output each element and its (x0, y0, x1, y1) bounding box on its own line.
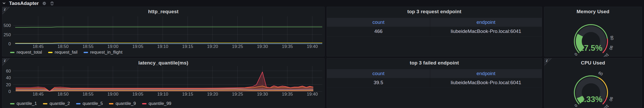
table-cell: 466 (327, 27, 430, 36)
column-header-count[interactable]: count (327, 69, 430, 78)
panel-title[interactable]: top 3 request endpoint (327, 9, 542, 15)
x-tick-label: 19:40 (307, 44, 318, 49)
legend-label: quantile_2 (49, 101, 70, 106)
legend-swatch (10, 103, 14, 104)
row-title[interactable]: TaosAdapter (9, 1, 39, 6)
legend-item-quantile_2[interactable]: quantile_2 (43, 101, 70, 106)
gear-icon[interactable] (42, 1, 47, 6)
x-tick-label: 19:40 (307, 92, 318, 97)
chart-legend: quantile_1quantile_2quantile_5quantile_9… (10, 101, 171, 106)
chevron-down-icon[interactable] (2, 1, 6, 5)
x-tick-label: 19:10 (157, 92, 168, 97)
x-tick-label: 19:05 (132, 92, 143, 97)
legend-label: quantile_1 (17, 101, 37, 106)
column-header-endpoint[interactable]: endpoint (430, 18, 542, 27)
legend-label: request_fail (55, 50, 77, 55)
panel-title: CPU Used (544, 60, 642, 66)
x-tick-label: 19:20 (207, 44, 218, 49)
legend-label: quantile_99 (149, 101, 171, 106)
chart-legend: request_totalrequest_failrequest_in_flig… (10, 50, 122, 55)
gauge-value: 8.33% (544, 95, 638, 104)
legend-swatch (10, 52, 14, 53)
panel-top3-request-endpoint: top 3 request endpoint countendpoint466l… (327, 7, 542, 56)
x-tick-label: 18:50 (57, 44, 69, 49)
gauge-tick-label: 100 (602, 104, 610, 108)
y-tick-label: 40 (6, 75, 11, 80)
x-tick-label: 19:15 (182, 44, 193, 49)
x-tick-label: 19:20 (207, 92, 218, 97)
panel-title[interactable]: http_request (2, 9, 324, 15)
endpoint-table: countendpoint39.5liubeideMacBook-Pro.loc… (327, 69, 542, 88)
trash-icon[interactable] (50, 1, 54, 6)
gauge-tick-label: 80 (610, 35, 614, 40)
y-tick-label: 0 (9, 41, 11, 46)
panel-title: Memory Used (544, 9, 642, 15)
x-tick-label: 19:35 (282, 92, 293, 97)
x-tick-label: 19:05 (132, 44, 143, 49)
series-line-request_total (15, 27, 322, 27)
endpoint-table: countendpoint466liubeideMacBook-Pro.loca… (327, 18, 542, 37)
x-tick-label: 18:45 (33, 44, 44, 49)
table-cell: liubeideMacBook-Pro.local:6041 (430, 27, 542, 36)
panel-top3-failed-endpoint: top 3 failed endpoint countendpoint39.5l… (327, 58, 542, 108)
legend-item-quantile_99[interactable]: quantile_99 (142, 101, 171, 106)
column-header-endpoint[interactable]: endpoint (430, 69, 542, 78)
table-header-row: countendpoint (327, 18, 542, 27)
legend-swatch (76, 103, 80, 104)
legend-item-quantile_5[interactable]: quantile_5 (76, 101, 103, 106)
series-area (16, 72, 313, 92)
gauge-tick-label: 60 (598, 70, 604, 76)
x-tick-label: 18:50 (57, 92, 69, 97)
series-line-request_fail (15, 43, 322, 43)
column-header-count[interactable]: count (327, 18, 430, 27)
panel-memory-used: Memory Used 08090100 27.5% (544, 7, 642, 56)
table-header-row: countendpoint (327, 69, 542, 78)
x-tick-label: 19:25 (232, 92, 243, 97)
grafana-dashboard: TaosAdapter i http_request 18:4518:5018:… (0, 0, 644, 108)
x-tick-label: 19:00 (107, 44, 119, 49)
panel-http-request: i http_request 18:4518:5018:5519:0019:05… (2, 7, 325, 56)
x-tick-label: 19:15 (182, 92, 193, 97)
table-row: 466liubeideMacBook-Pro.local:6041 (327, 27, 542, 36)
y-tick-label: 500 (4, 23, 11, 28)
x-tick-label: 19:35 (282, 44, 293, 49)
x-tick-label: 19:00 (107, 92, 119, 97)
legend-swatch (142, 103, 147, 104)
legend-label: quantile_5 (83, 101, 103, 106)
legend-swatch (43, 103, 47, 104)
x-tick-label: 19:30 (257, 44, 268, 49)
table-cell: liubeideMacBook-Pro.local:6041 (430, 78, 542, 88)
panel-latency-quantile: i latency_quantile(ms) 18:4518:5018:5519… (2, 58, 325, 108)
legend-item-request_total[interactable]: request_total (10, 50, 42, 55)
legend-label: quantile_9 (115, 101, 136, 106)
legend-swatch (84, 52, 88, 53)
legend-swatch (48, 52, 53, 53)
panel-title[interactable]: latency_quantile(ms) (2, 60, 324, 66)
y-tick-label: 20 (6, 82, 11, 87)
y-tick-label: 60 (6, 69, 11, 74)
legend-swatch (109, 103, 113, 104)
gauge-value: 27.5% (544, 44, 638, 53)
panel-title[interactable]: top 3 failed endpoint (327, 60, 542, 66)
legend-label: request_in_flight (90, 50, 122, 55)
x-tick-label: 18:55 (83, 44, 94, 49)
y-tick-label: 250 (4, 32, 11, 37)
x-tick-label: 19:30 (257, 92, 268, 97)
legend-item-request_in_flight[interactable]: request_in_flight (84, 50, 122, 55)
legend-item-quantile_9[interactable]: quantile_9 (109, 101, 136, 106)
x-tick-label: 18:45 (33, 92, 44, 97)
x-tick-label: 18:55 (83, 92, 94, 97)
dashboard-row-header: TaosAdapter (2, 0, 54, 6)
gauge-tick-label: 100 (602, 52, 610, 57)
legend-item-quantile_1[interactable]: quantile_1 (10, 101, 37, 106)
x-tick-label: 19:25 (232, 44, 243, 49)
table-row: 39.5liubeideMacBook-Pro.local:6041 (327, 78, 542, 88)
legend-label: request_total (17, 50, 42, 55)
legend-item-request_fail[interactable]: request_fail (48, 50, 77, 55)
y-tick-label: 0 (9, 89, 11, 94)
table-cell: 39.5 (327, 78, 430, 88)
x-tick-label: 19:10 (157, 44, 168, 49)
panel-cpu-used: i CPU Used 06090100 8.33% (544, 58, 642, 108)
